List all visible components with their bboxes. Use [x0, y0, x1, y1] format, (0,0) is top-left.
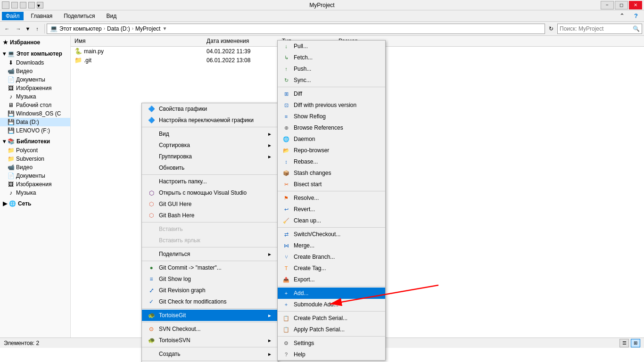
- menu-file[interactable]: Файл: [2, 12, 24, 20]
- ctx-item-git-gui[interactable]: ⬡ Git GUI Here: [142, 198, 278, 210]
- sub-item-bisect[interactable]: ✂ Bisect start: [278, 179, 385, 190]
- col-header-date[interactable]: Дата изменения: [205, 37, 280, 45]
- computer-expand-icon: ▾: [3, 50, 6, 57]
- path-drive[interactable]: Data (D:): [107, 25, 130, 32]
- ctx-item-sort[interactable]: Сортировка ►: [142, 140, 278, 151]
- ctx-item-create[interactable]: Создать ►: [142, 348, 278, 360]
- sub-item-about[interactable]: ℹ About: [278, 360, 385, 361]
- col-header-name[interactable]: Имя: [73, 37, 205, 45]
- sidebar-item-desktop[interactable]: 🖥 Рабочий стол: [0, 101, 70, 109]
- sub-item-rebase[interactable]: ↕ Rebase...: [278, 156, 385, 167]
- sub-item-browse-refs[interactable]: ⊕ Browse References: [278, 122, 385, 133]
- ctx-item-svn-checkout[interactable]: ⊙ SVN Checkout...: [142, 323, 278, 335]
- ctx-item-tortoisesvn[interactable]: 🐢 TortoiseSVN ►: [142, 335, 278, 346]
- sidebar-item-music[interactable]: ♪ Музыка: [0, 92, 70, 101]
- sub-item-pull[interactable]: ↓ Pull...: [278, 41, 385, 52]
- ctx-item-share[interactable]: Поделиться ►: [142, 248, 278, 260]
- sub-item-stash[interactable]: 📦 Stash changes: [278, 167, 385, 179]
- sub-item-export[interactable]: 📤 Export...: [278, 274, 385, 285]
- sub-item-create-tag[interactable]: T Create Tag...: [278, 263, 385, 274]
- sidebar-header-libraries[interactable]: ▾ 📚 Библиотеки: [0, 137, 70, 146]
- sub-item-repo-browser[interactable]: 📂 Repo-browser: [278, 145, 385, 156]
- sidebar-item-images[interactable]: 🖼 Изображения: [0, 84, 70, 92]
- sub-item-add[interactable]: + Add...: [278, 288, 385, 299]
- close-button[interactable]: ✕: [629, 1, 642, 9]
- git-revision-graph-icon: ⑇: [148, 287, 155, 294]
- sub-item-push[interactable]: ↑ Push...: [278, 63, 385, 74]
- ctx-item-tortoisegit[interactable]: 🐢 TortoiseGit ►: [142, 310, 278, 321]
- sidebar-item-lib-docs[interactable]: 📄 Документы: [0, 172, 70, 180]
- sidebar-item-subversion[interactable]: 📁 Subversion: [0, 155, 70, 163]
- sidebar-item-documents[interactable]: 📄 Документы: [0, 75, 70, 84]
- sub-item-show-reflog[interactable]: ≡ Show Reflog: [278, 111, 385, 122]
- sub-sep-2: [278, 191, 385, 191]
- refresh-button[interactable]: ↻: [546, 24, 556, 34]
- ctx-sep-4: [142, 247, 278, 247]
- file-icon-mainpy: 🐍: [74, 48, 82, 55]
- ctx-item-refresh[interactable]: Обновить: [142, 162, 278, 173]
- sub-item-create-branch[interactable]: ⑂ Create Branch...: [278, 251, 385, 263]
- menu-share[interactable]: Поделиться: [60, 12, 99, 20]
- sidebar-item-windows-c[interactable]: 💾 Windows8_OS (C: [0, 109, 70, 118]
- ctx-sep-5: [142, 261, 278, 261]
- refresh-icon: [148, 164, 155, 172]
- sub-item-apply-patch[interactable]: 📋 Apply Patch Serial...: [278, 324, 385, 335]
- paste-icon: [148, 225, 155, 233]
- sub-item-diff-prev[interactable]: ⊡ Diff with previous version: [278, 99, 385, 111]
- search-box[interactable]: 🔍: [557, 24, 642, 34]
- ctx-item-open-vs[interactable]: ⬡ Открыть с помощью Visual Studio: [142, 187, 278, 198]
- sub-item-diff[interactable]: ⊞ Diff: [278, 88, 385, 99]
- sidebar-item-lib-music[interactable]: ♪ Музыка: [0, 189, 70, 197]
- sub-item-switch[interactable]: ⇄ Switch/Checkout...: [278, 229, 385, 240]
- help-menu-button[interactable]: ?: [630, 10, 642, 22]
- ctx-item-git-bash[interactable]: ⬡ Git Bash Here: [142, 210, 278, 221]
- context-menu: 🔷 Свойства графики 🔷 Настройка переключа…: [141, 103, 278, 362]
- path-computer[interactable]: Этот компьютер: [59, 25, 102, 32]
- collapse-ribbon-button[interactable]: ⌃: [616, 10, 628, 22]
- window-controls: − ◻ ✕: [601, 1, 642, 9]
- sidebar-item-lenovo-f[interactable]: 💾 LENOVO (F:): [0, 126, 70, 135]
- sub-item-revert[interactable]: ↩ Revert...: [278, 204, 385, 215]
- detail-view-button[interactable]: ⊞: [631, 339, 640, 347]
- ctx-item-view[interactable]: Вид ►: [142, 128, 278, 140]
- back-button[interactable]: ←: [2, 24, 12, 34]
- ctx-item-customize-folder[interactable]: Настроить папку...: [142, 176, 278, 187]
- sidebar-item-lib-video[interactable]: 📹 Видео: [0, 163, 70, 172]
- sidebar-header-favorites[interactable]: ★ Избранное: [0, 38, 70, 47]
- sub-item-settings[interactable]: ⚙ Settings: [278, 337, 385, 349]
- address-path[interactable]: 💻 Этот компьютер › Data (D:) › MyProject…: [47, 24, 545, 34]
- ctx-item-graphics-props[interactable]: 🔷 Свойства графики: [142, 103, 278, 115]
- sidebar-item-lib-images[interactable]: 🖼 Изображения: [0, 180, 70, 189]
- sidebar-item-video[interactable]: 📹 Видео: [0, 67, 70, 75]
- sub-item-merge[interactable]: ⋈ Merge...: [278, 240, 385, 251]
- ctx-item-git-commit[interactable]: ● Git Commit -> "master"...: [142, 262, 278, 273]
- ctx-item-switchable-graphics[interactable]: 🔷 Настройка переключаемой графики: [142, 115, 278, 126]
- sub-item-help[interactable]: ? Help: [278, 349, 385, 360]
- ctx-item-git-revision-graph[interactable]: ⑇ Git Revision graph: [142, 285, 278, 296]
- sub-item-cleanup[interactable]: 🧹 Clean up...: [278, 215, 385, 226]
- minimize-button[interactable]: −: [601, 1, 614, 9]
- ctx-item-git-log[interactable]: ≡ Git Show log: [142, 273, 278, 285]
- path-project[interactable]: MyProject: [135, 25, 160, 32]
- forward-button[interactable]: →: [13, 24, 24, 34]
- sidebar-header-network[interactable]: ▶ 🌐 Сеть: [0, 199, 70, 208]
- sidebar-item-downloads[interactable]: ⬇ Downloads: [0, 58, 70, 67]
- sub-item-submodule-add[interactable]: + Submodule Add...: [278, 299, 385, 310]
- sidebar-item-data-d[interactable]: 💾 Data (D:): [0, 118, 70, 126]
- restore-button[interactable]: ◻: [615, 1, 628, 9]
- sub-item-create-patch[interactable]: 📋 Create Patch Serial...: [278, 313, 385, 324]
- ctx-item-group[interactable]: Группировка ►: [142, 151, 278, 162]
- up-button[interactable]: ↑: [32, 24, 42, 34]
- menu-view[interactable]: Вид: [102, 12, 120, 20]
- sub-item-daemon[interactable]: 🌐 Daemon: [278, 133, 385, 145]
- sub-item-sync[interactable]: ↻ Sync...: [278, 74, 385, 86]
- sidebar-item-polycont[interactable]: 📁 Polycont: [0, 146, 70, 155]
- sub-item-resolve[interactable]: ⚑ Resolve...: [278, 192, 385, 204]
- sidebar-header-computer[interactable]: ▾ 💻 Этот компьютер: [0, 49, 70, 58]
- ctx-item-git-check[interactable]: ✓ Git Check for modifications: [142, 296, 278, 307]
- list-view-button[interactable]: ☰: [619, 339, 629, 347]
- menu-home[interactable]: Главная: [27, 12, 57, 20]
- search-input[interactable]: [560, 25, 632, 32]
- sub-item-fetch[interactable]: ↳ Fetch...: [278, 52, 385, 63]
- dropdown-nav-button[interactable]: ▼: [25, 24, 31, 34]
